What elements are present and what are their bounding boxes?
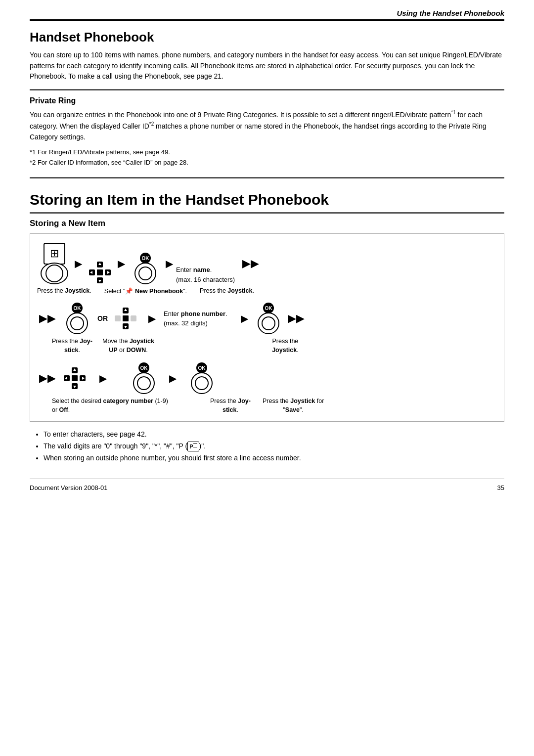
handset-phonebook-title: Handset Phonebook — [30, 30, 504, 45]
arrow-1: ▶ — [75, 258, 82, 269]
svg-rect-5 — [97, 269, 103, 275]
storing-subtitle: Storing a New Item — [30, 219, 504, 228]
max-digits-label: (max. 32 digits) — [164, 319, 208, 327]
ok-badge-1: OK — [140, 253, 151, 264]
doc-version: Document Version 2008-01 — [30, 484, 108, 491]
handset-phonebook-body: You can store up to 100 items with names… — [30, 50, 504, 82]
bullet-3: When storing an outside phone number, yo… — [44, 452, 504, 464]
joystick-updown-icon — [114, 307, 137, 330]
private-ring-title: Private Ring — [30, 96, 504, 105]
bullet-2: The valid digits are "0" through "9", "*… — [44, 441, 504, 452]
page-header: Using the Handset Phonebook — [30, 0, 504, 21]
svg-rect-14 — [123, 315, 129, 321]
page-container: Using the Handset Phonebook Handset Phon… — [0, 0, 534, 756]
p-icon: P— — [187, 442, 199, 452]
step1-cell: ⊞ — [37, 243, 72, 284]
superscript-2: *2 — [149, 121, 154, 127]
arrow-5: ▶ — [241, 312, 248, 324]
bullet-list: To enter characters, see page 42. The va… — [30, 429, 504, 464]
storing-title: Storing an Item in the Handset Phonebook — [30, 191, 504, 214]
private-ring-body: You can organize entries in the Phoneboo… — [30, 109, 504, 142]
private-ring-section: Private Ring You can organize entries in… — [30, 96, 504, 168]
footnote-2: *2 For Caller ID information, see “Calle… — [30, 158, 504, 168]
enter-phone-text: Enter phone number.(max. 32 digits) — [164, 309, 227, 328]
divider-1 — [30, 89, 504, 90]
max-chars-label: (max. 16 characters) — [176, 276, 235, 283]
arrow-2: ▶ — [118, 258, 125, 269]
svg-rect-21 — [72, 375, 78, 381]
row2-press-joystick-label: Press the Joy-stick. — [52, 337, 92, 355]
row3-category-label: Select the desired category number (1-9)… — [52, 397, 200, 414]
row3-joy — [60, 366, 89, 390]
row2-joy-updown — [111, 307, 140, 330]
ok-badge-5: OK — [196, 362, 207, 373]
page-footer: Document Version 2008-01 35 — [30, 479, 504, 496]
step2-label: Select "📌 New Phonebook". — [104, 287, 187, 295]
header-title: Using the Handset Phonebook — [397, 9, 504, 17]
row3-press-joystick-label: Press the Joy-stick. — [210, 397, 251, 414]
section-handset: Handset Phonebook You can store up to 10… — [30, 30, 504, 168]
double-arrow-3: ▶▶ — [288, 312, 305, 325]
step2-cell — [85, 261, 115, 284]
ok-badge-2: OK — [72, 303, 83, 313]
step1-label: Press the Joystick. — [37, 287, 91, 294]
footnote-1: *1 For Ringer/LED/Vibrate patterns, see … — [30, 147, 504, 158]
step3-label: Press the Joystick. — [200, 287, 254, 294]
arrow-4: ▶ — [148, 312, 156, 324]
svg-rect-13 — [131, 315, 136, 321]
ok-badge-4: OK — [138, 362, 149, 373]
joystick-cross-icon — [88, 261, 112, 284]
joystick-cross-icon-2 — [63, 366, 87, 390]
arrow-7: ▶ — [169, 372, 177, 384]
superscript-1: *1 — [451, 110, 455, 115]
ok-badge-3: OK — [263, 303, 274, 313]
row2-press-joystick-label2: Press theJoystick. — [268, 337, 303, 355]
svg-rect-12 — [115, 315, 121, 321]
row2-final-ok: OK — [251, 303, 286, 334]
row2-ok-joy: OK — [60, 303, 94, 334]
double-arrow-2: ▶▶ — [39, 312, 56, 325]
row3-ok2: OK — [184, 362, 219, 394]
page-number: 35 — [497, 484, 504, 491]
row3-ok1: OK — [127, 362, 161, 394]
row3-save-label: Press the Joystick for"Save". — [263, 397, 324, 414]
diagram-box: ⊞ ▶ — [30, 233, 504, 422]
double-arrow-1: ▶▶ — [242, 257, 259, 270]
or-label: OR — [97, 314, 108, 322]
step3-cell: OK — [128, 253, 163, 284]
section-storing: Storing an Item in the Handset Phonebook… — [30, 191, 504, 464]
phonebook-icon: ⊞ — [44, 243, 65, 265]
divider-2 — [30, 177, 504, 178]
arrow-6: ▶ — [99, 372, 107, 384]
enter-phone-cell: Enter phone number.(max. 32 digits) — [164, 309, 238, 328]
private-ring-body1: You can organize entries in the Phoneboo… — [30, 111, 451, 119]
enter-name-cell: Enter name.(max. 16 characters) — [176, 265, 240, 284]
double-arrow-4: ▶▶ — [39, 372, 56, 385]
arrow-3: ▶ — [166, 258, 173, 269]
row2-move-joystick-label: Move the JoystickUP or DOWN. — [102, 337, 154, 355]
enter-name-text: Enter name.(max. 16 characters) — [176, 265, 235, 284]
bullet-1: To enter characters, see page 42. — [44, 429, 504, 441]
footnotes: *1 For Ringer/LED/Vibrate patterns, see … — [30, 147, 504, 168]
